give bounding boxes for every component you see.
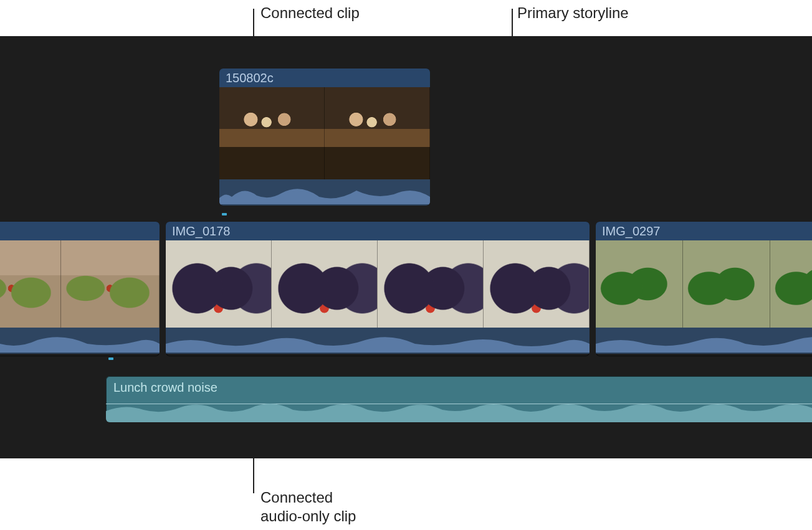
connection-stub-icon [108,357,113,360]
clip-thumbnail [325,87,430,179]
clip-audio-waveform [596,328,812,354]
clip-title: Lunch crowd noise [106,376,812,399]
clip-audio-waveform [219,179,430,206]
annotation-connected-audio-only-clip-label: Connected audio-only clip [260,488,356,526]
annotation-connected-clip-label: Connected clip [260,4,360,22]
clip-thumbnail [596,240,683,328]
clip-thumbnail [484,240,590,328]
clip-title: IMG_0297 [596,222,812,240]
annotation-primary-storyline-label: Primary storyline [517,4,629,22]
clip-audio-waveform [106,399,812,422]
primary-storyline-clip[interactable] [0,222,160,356]
clip-thumbnail [0,240,61,328]
clip-title [0,222,160,240]
connected-video-clip[interactable]: 150802c [219,69,430,206]
connected-audio-only-clip[interactable]: Lunch crowd noise [106,376,812,422]
clip-thumbnail [770,240,812,328]
clip-filmstrip [219,87,430,179]
clip-thumbnail [61,240,160,328]
clip-thumbnail [683,240,770,328]
clip-audio-waveform [166,328,590,354]
clip-title: 150802c [219,69,430,87]
clip-filmstrip [166,240,590,328]
clip-audio-waveform [0,328,160,354]
clip-thumbnail [378,240,484,328]
timeline-area[interactable]: 150802c [0,36,812,458]
clip-thumbnail [272,240,378,328]
clip-filmstrip [596,240,812,328]
clip-filmstrip [0,240,160,328]
clip-thumbnail [219,87,325,179]
connection-stub-icon [222,213,227,215]
clip-thumbnail [166,240,272,328]
primary-storyline-clip[interactable]: IMG_0297 [596,222,812,356]
primary-storyline-clip[interactable]: IMG_0178 [166,222,590,356]
clip-title: IMG_0178 [166,222,590,240]
